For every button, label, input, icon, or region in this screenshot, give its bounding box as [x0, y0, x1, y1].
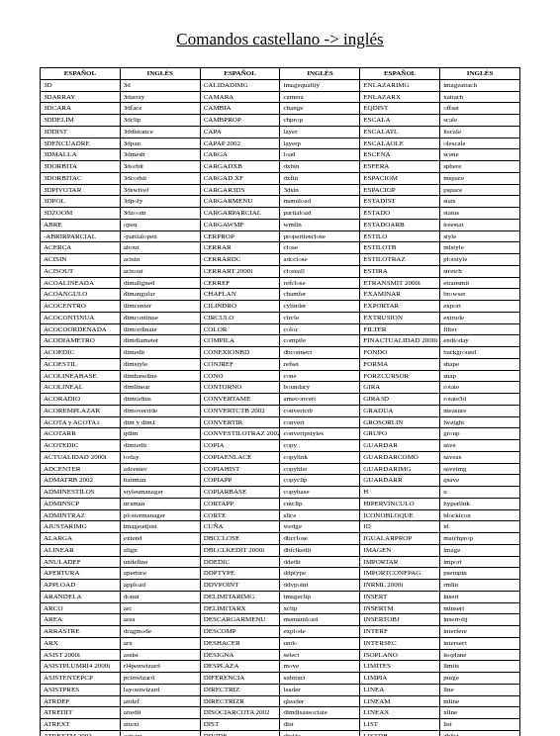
cell: ACOLINEAL — [41, 382, 121, 394]
cell: 3DPIVOTAR — [41, 184, 121, 196]
cell: xline — [440, 707, 520, 719]
cell: arc — [120, 602, 200, 614]
cell: CHAFLAN — [200, 289, 280, 301]
cell: rotate — [440, 382, 520, 394]
table-row: ADMINTRAZplottermanagerCORTEsliceICONOBL… — [41, 509, 520, 521]
cell: 3DZOOM — [41, 208, 121, 220]
cell: change — [280, 103, 360, 115]
cell: COPIA — [200, 440, 280, 452]
cell: 3DDIST — [41, 126, 121, 138]
table-row: 3DDELIM3dclipCAMBPROPchpropESCALAscale — [41, 115, 520, 127]
cell: attext — [120, 719, 200, 731]
cell: CONEXIONBD — [200, 347, 280, 359]
cell: boundary — [280, 382, 360, 394]
cell: CERRART 2000i — [200, 265, 280, 277]
cell: LINEAX — [360, 707, 440, 719]
cell: CALIDADIMG — [200, 79, 280, 91]
cell: GROSORLIN — [360, 416, 440, 428]
cell: export — [440, 301, 520, 313]
cell: intersect — [440, 637, 520, 649]
table-row: ACOTARRqdimCONVESTILOTRAZ 2002convertpst… — [41, 428, 520, 440]
cell: imagequality — [280, 79, 360, 91]
cell: ALARGA — [41, 533, 121, 545]
table-row: 3DENCUADRE3dpanCAPAP 2002layerpESCALAOLE… — [41, 138, 520, 149]
cell: ESTADIST — [360, 196, 440, 208]
cell: acisout — [120, 265, 200, 277]
table-row: ACISOUTacisoutCERRART 2000icloseallESTIR… — [41, 265, 520, 277]
cell: line — [440, 684, 520, 695]
cell: propertiesclose — [280, 230, 360, 242]
cell: DESIGNA — [200, 649, 280, 661]
cell: CUÑA — [200, 521, 280, 533]
cell: INSERT — [360, 591, 440, 602]
cell: copylink — [280, 451, 360, 463]
cell: 3dsin — [280, 184, 360, 196]
commands-table: ESPAÑOLINGLÉSESPAÑOLINGLÉSESPAÑOLINGLÉS … — [40, 67, 520, 736]
cell: aperture — [120, 568, 200, 580]
cell: today — [120, 451, 200, 463]
cell: ACOTEDIC — [41, 440, 121, 452]
cell: DIFERENCIA — [200, 673, 280, 685]
cell: ACOEDIC — [41, 347, 121, 359]
cell: INTERF — [360, 626, 440, 638]
cell: qdim — [120, 428, 200, 440]
cell: limits — [440, 661, 520, 673]
cell: select — [280, 649, 360, 661]
cell: COMPILA — [200, 335, 280, 347]
cell: copyclip — [280, 475, 360, 487]
cell: CONO — [200, 370, 280, 382]
cell: 3DDELIM — [41, 115, 121, 127]
cell: 3dface — [120, 103, 200, 115]
cell: DIRECTRIZR — [200, 695, 280, 707]
cell: ACISIN — [41, 254, 121, 266]
table-row: ATREDITatteditDISOCIARCOTA 2002dimdisass… — [41, 707, 520, 719]
cell: ACOREMPLAZAR — [41, 405, 121, 416]
cell: LIMITES — [360, 661, 440, 673]
cell: ACOTARR — [41, 428, 121, 440]
cell: ABRE — [41, 219, 121, 230]
cell: CONVESTILOTRAZ 2002 — [200, 428, 280, 440]
cell: ANULADEF — [41, 556, 121, 568]
cell: DDEDIC — [200, 556, 280, 568]
cell: rmlin — [440, 580, 520, 592]
cell: dimoverride — [120, 405, 200, 416]
cell: ARX — [41, 637, 121, 649]
cell: dimdisassociate — [280, 707, 360, 719]
cell: appload — [120, 580, 200, 592]
cell: dxbin — [280, 161, 360, 173]
col-header: ESPAÑOL — [200, 68, 280, 80]
table-row: ARCOarcDELIMITARXxclipINSERTMminsert — [41, 602, 520, 614]
table-row: ACOCOORDENADAdimordinateCOLORcolorFILTER… — [41, 323, 520, 335]
col-header: ESPAÑOL — [41, 68, 121, 80]
cell: CARGADXB — [200, 161, 280, 173]
cell: FORMA — [360, 358, 440, 370]
cell: IGUALARPROP — [360, 533, 440, 545]
cell: CARGARPARCIAL — [200, 208, 280, 220]
cell: cutclip — [280, 498, 360, 509]
cell: CERRAR — [200, 242, 280, 254]
table-row: ASISTPRESlayoutwizardDIRECTRIZleaderLINE… — [41, 684, 520, 695]
cell: CERPROP — [200, 230, 280, 242]
cell: CAPAP 2002 — [200, 138, 280, 149]
col-header: ESPAÑOL — [360, 68, 440, 80]
cell: matchprop — [440, 533, 520, 545]
cell: insertobj — [440, 614, 520, 626]
cell: DELIMITARIMG — [200, 591, 280, 602]
cell: ARCO — [41, 602, 121, 614]
cell: DIVIDE — [200, 730, 280, 736]
cell: endtoday — [440, 335, 520, 347]
cell: ACOLINEABASE — [41, 370, 121, 382]
cell: ASISTPLUMRI4 2000i — [41, 661, 121, 673]
cell: move — [280, 661, 360, 673]
cell: 3dorbit — [120, 161, 200, 173]
cell: ACOCENTRO — [41, 301, 121, 313]
table-row: AREAareaDESCARGARMENUmenuunloadINSERTOBJ… — [41, 614, 520, 626]
cell: ESCALATL — [360, 126, 440, 138]
cell: dbconnect — [280, 347, 360, 359]
cell: ddedit — [280, 556, 360, 568]
cell: DBCCLOSE — [200, 533, 280, 545]
cell: purge — [440, 673, 520, 685]
cell: psetupin — [440, 568, 520, 580]
table-row: AJUSTARIMGimageadjustCUÑAwedgeIDid — [41, 521, 520, 533]
table-row: ADMINESTILOSstylesmanagerCOPIARBASEcopyb… — [41, 487, 520, 499]
